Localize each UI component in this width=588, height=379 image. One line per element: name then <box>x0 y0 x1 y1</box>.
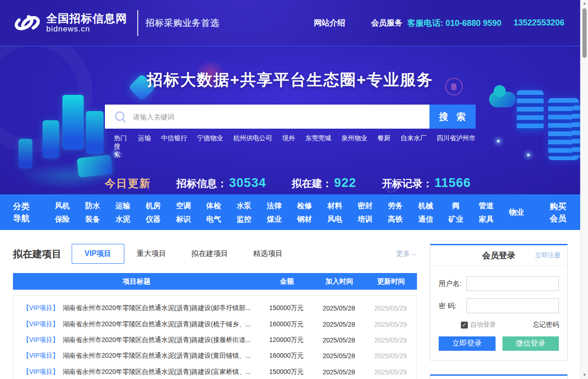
category-item[interactable]: 监控 <box>229 212 259 226</box>
category-item[interactable]: 阀 <box>441 199 472 212</box>
hot-keyword[interactable]: 餐厨 <box>378 134 391 159</box>
category-col-tijian[interactable]: 体检电气 <box>199 199 229 226</box>
category-col-jianxiu[interactable]: 检修钢材 <box>289 199 320 226</box>
stat-value: 11566 <box>435 176 471 190</box>
category-col-falv[interactable]: 法律煤业 <box>259 199 290 226</box>
tab-vip-project[interactable]: VIP项目 <box>72 244 124 264</box>
username-input[interactable] <box>466 276 559 291</box>
vertical-scrollbar[interactable]: ▲ ▼ <box>580 0 588 379</box>
category-item[interactable]: 空调 <box>168 199 199 212</box>
table-row[interactable]: 【VIP项目】湖南省永州市2020年零陵区自然通水泥(沥青)路建设(黄田铺镇、.… <box>13 348 416 364</box>
mobile-phone: 13522553206 <box>514 18 564 28</box>
buy-vip-line2[interactable]: 会员 <box>550 212 566 224</box>
category-item[interactable]: 风电 <box>320 212 350 226</box>
category-col-shuibeng[interactable]: 水泵监控 <box>229 199 259 226</box>
project-title[interactable]: 湖南省永州市2020年零陵区自然通水泥(沥青)路建设(梳子铺乡、... <box>63 320 251 329</box>
category-item[interactable]: 仪器 <box>138 212 169 226</box>
category-item[interactable]: 煤业 <box>259 212 290 226</box>
category-item[interactable]: 劳务 <box>380 199 411 212</box>
sidebar: 会员登录 立即注册 用户名: 密 码: ✓ 自动登录 忘记密码 <box>430 244 568 379</box>
table-row[interactable]: 【VIP项目】湖南省永州市2020年零陵区自然通水泥(沥青)路建设(邮亭圩镇部.… <box>13 300 416 316</box>
category-col-fangshui[interactable]: 防水装备 <box>78 199 108 226</box>
table-row[interactable]: 【VIP项目】湖南省永州市2020年零陵区自然通水泥(沥青)路建设(富家桥镇、.… <box>13 364 416 379</box>
hot-keyword[interactable]: 泉州物业 <box>342 134 368 159</box>
search-button[interactable]: 搜 索 <box>429 105 476 129</box>
hot-keyword[interactable]: 宁德物业 <box>197 134 223 159</box>
category-item[interactable]: 材料 <box>320 199 350 212</box>
category-col-fengji[interactable]: 风机保险 <box>47 199 78 226</box>
vip-tag: 【VIP项目】 <box>23 320 59 329</box>
table-row[interactable]: 【VIP项目】湖南省永州市2020年零陵区自然通水泥(沥青)路建设(接履桥街道.… <box>13 332 416 348</box>
login-button[interactable]: 立即登录 <box>439 336 496 351</box>
category-item[interactable]: 法律 <box>259 199 290 212</box>
category-item[interactable]: 保险 <box>47 212 78 226</box>
scrollbar-down-arrow[interactable]: ▼ <box>581 373 588 377</box>
category-item[interactable]: 培训 <box>350 212 380 226</box>
category-item[interactable]: 通信 <box>410 212 441 226</box>
site-logo[interactable]: 全国招标信息网 bidnews.cn <box>13 11 127 35</box>
category-item[interactable]: 电气 <box>199 212 229 226</box>
project-title[interactable]: 湖南省永州市2020年零陵区自然通水泥(沥青)路建设(黄田铺镇、... <box>63 352 251 360</box>
category-item[interactable]: 运输 <box>108 199 138 212</box>
category-col-laowu[interactable]: 劳务高铁 <box>380 199 411 226</box>
category-item[interactable]: 水泥 <box>108 212 138 226</box>
category-col-cailiao[interactable]: 材料风电 <box>320 199 350 226</box>
hot-keyword[interactable]: 运输 <box>138 134 151 159</box>
category-col-guandao[interactable]: 管道家具 <box>471 199 502 226</box>
category-col-kongtiao[interactable]: 空调标识 <box>168 199 199 226</box>
hot-keyword[interactable]: 中信银行 <box>161 134 187 159</box>
buy-vip-button[interactable]: 购买 会员 <box>550 200 566 224</box>
category-item[interactable]: 防水 <box>78 199 108 212</box>
project-title[interactable]: 湖南省永州市2020年零陵区自然通水泥(沥青)路建设(邮亭圩镇部... <box>63 304 251 312</box>
search-input[interactable] <box>133 105 423 129</box>
more-link[interactable]: 更多→ <box>396 249 417 258</box>
nav-site-intro[interactable]: 网站介绍 <box>314 18 345 28</box>
category-item[interactable]: 标识 <box>168 212 199 226</box>
category-item[interactable]: 风机 <box>47 199 78 212</box>
category-item[interactable]: 机械 <box>410 199 441 212</box>
category-item[interactable]: 水泵 <box>229 199 259 212</box>
category-col-yunshu[interactable]: 运输水泥 <box>108 199 138 226</box>
category-item[interactable]: 检修 <box>289 199 320 212</box>
updated-date: 2025/05/29 <box>365 336 416 344</box>
hot-keyword[interactable]: 杭州供电公司 <box>233 134 272 159</box>
auto-login-checkbox[interactable]: ✓ <box>461 322 468 329</box>
hot-keyword[interactable]: 四川省泸州市 <box>437 134 476 159</box>
tab-proposed-project[interactable]: 拟在建项目 <box>179 244 241 263</box>
buy-vip-line1[interactable]: 购买 <box>550 200 566 212</box>
header-nav: 网站介绍 会员服务 <box>314 18 403 28</box>
wechat-login-button[interactable]: 微信登录 <box>502 336 559 351</box>
category-item[interactable]: 装备 <box>78 212 108 226</box>
category-col-mifeng[interactable]: 密封培训 <box>350 199 380 226</box>
hot-keyword[interactable]: 自来水厂 <box>401 134 427 159</box>
category-col-wuye[interactable]: 物业 <box>502 205 532 219</box>
category-item[interactable]: 管道 <box>471 199 502 212</box>
hot-keyword[interactable]: 境外 <box>282 134 295 159</box>
category-item[interactable]: 钢材 <box>289 212 320 226</box>
category-item[interactable]: 物业 <box>502 205 532 219</box>
register-link[interactable]: 立即注册 <box>535 251 561 260</box>
category-col-jixie[interactable]: 机械通信 <box>410 199 441 226</box>
password-input[interactable] <box>466 298 559 313</box>
hot-search-row: 热门搜索: 运输 中信银行 宁德物业 杭州供电公司 境外 东莞莞城 泉州物业 餐… <box>105 134 476 159</box>
category-item[interactable]: 机房 <box>138 199 169 212</box>
table-row[interactable]: 【VIP项目】湖南省永州市2020年零陵区自然通水泥(沥青)路建设(梳子铺乡、.… <box>13 316 416 332</box>
tab-selected-project[interactable]: 精选项目 <box>241 244 295 263</box>
category-item[interactable]: 家具 <box>471 212 502 226</box>
header-divider <box>137 10 138 36</box>
project-title[interactable]: 湖南省永州市2020年零陵区自然通水泥(沥青)路建设(富家桥镇、... <box>63 368 251 376</box>
login-title: 会员登录 <box>482 250 515 261</box>
scrollbar-thumb[interactable] <box>582 8 587 58</box>
nav-member-service[interactable]: 会员服务 <box>371 18 403 28</box>
category-col-jifang[interactable]: 机房仪器 <box>138 199 169 226</box>
category-col-fa[interactable]: 阀矿业 <box>441 199 472 226</box>
tab-major-project[interactable]: 重大项目 <box>124 244 179 263</box>
category-item[interactable]: 体检 <box>199 199 229 212</box>
category-item[interactable]: 高铁 <box>380 212 411 226</box>
scrollbar-up-arrow[interactable]: ▲ <box>581 1 588 6</box>
category-item[interactable]: 密封 <box>350 199 380 212</box>
hot-keyword[interactable]: 东莞莞城 <box>306 134 331 159</box>
category-item[interactable]: 矿业 <box>441 212 472 226</box>
forgot-password-link[interactable]: 忘记密码 <box>533 321 559 329</box>
project-title[interactable]: 湖南省永州市2020年零陵区自然通水泥(沥青)路建设(接履桥街道... <box>63 336 251 344</box>
